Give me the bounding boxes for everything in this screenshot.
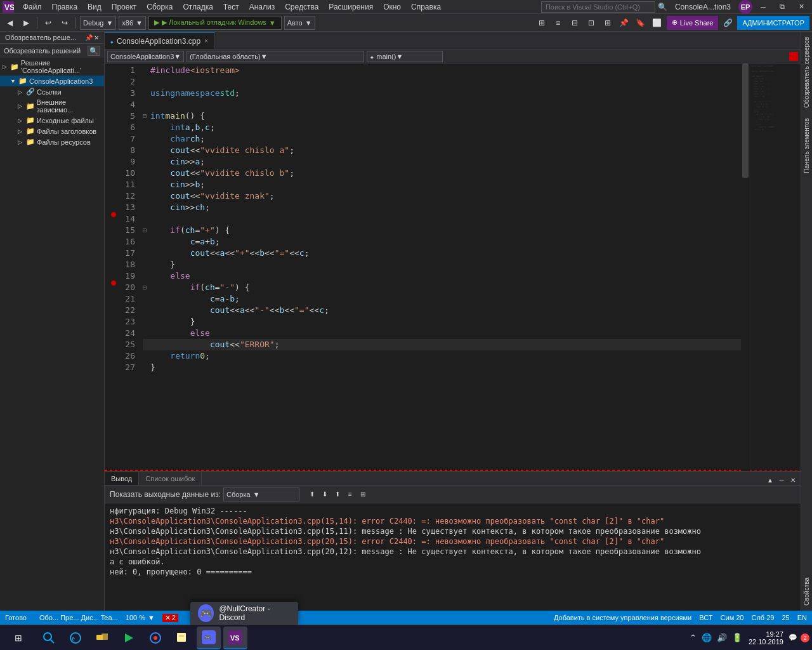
toolbar-icon-3[interactable]: ⊟ (568, 16, 582, 30)
menu-edit[interactable]: Правка (47, 1, 83, 13)
restore-button[interactable]: ⧉ (774, 0, 790, 14)
menu-test[interactable]: Тест (218, 1, 244, 13)
toolbar-icon-1[interactable]: ⊞ (535, 16, 549, 30)
bottom-ctrl-pin[interactable]: ─ (776, 475, 787, 485)
bottom-tab-output[interactable]: Вывод (105, 472, 139, 485)
taskbar-explorer[interactable] (90, 627, 114, 649)
bottom-ctrl-up[interactable]: ▲ (765, 475, 775, 485)
status-col[interactable]: Слб 29 (752, 614, 775, 621)
close-button[interactable]: ✕ (793, 0, 809, 14)
menu-view[interactable]: Вид (82, 1, 107, 13)
taskbar-chrome[interactable] (143, 627, 167, 649)
output-source-dropdown[interactable]: Сборка ▼ (223, 488, 299, 501)
tray-network-icon[interactable]: 🌐 (700, 632, 713, 644)
tree-item-src[interactable]: ▷ 📁 Исходные файлы (0, 115, 104, 126)
start-button[interactable]: ⊞ (3, 627, 34, 649)
status-position[interactable]: 25 (782, 614, 789, 621)
tree-item-ext-deps[interactable]: ▷ 📁 Внешние зависимо... (0, 97, 104, 115)
status-zoom-label: 100 % (126, 614, 145, 621)
tree-item-refs[interactable]: ▷ 🔗 Ссылки (0, 86, 104, 97)
taskbar-vs[interactable]: VS (223, 627, 247, 649)
taskbar-ie[interactable]: e (63, 627, 88, 649)
output-btn-3[interactable]: ⬆ (332, 489, 343, 500)
toolbar-icon-7[interactable]: 🔖 (634, 16, 648, 30)
discord-preview[interactable]: 🎮 @NullCreator - Discord (190, 602, 298, 625)
output-btn-2[interactable]: ⬇ (320, 489, 330, 500)
clock-date[interactable]: 19:27 22.10.2019 (749, 630, 783, 646)
code-content[interactable]: #include <iostream> using namespace std;… (140, 63, 741, 471)
fold-btn-15[interactable]: ⊟ (143, 225, 150, 236)
taskbar-discord[interactable]: 🎮 (197, 627, 221, 649)
status-ch[interactable]: Сим 20 (721, 614, 744, 621)
menu-project[interactable]: Проект (107, 1, 142, 13)
menu-tools[interactable]: Средства (280, 1, 324, 13)
status-type[interactable]: ВСТ (699, 614, 712, 621)
sol-search-icon[interactable]: 🔍 (88, 46, 100, 56)
status-zoom[interactable]: 100 % ▼ (126, 614, 155, 621)
right-panel-properties[interactable]: Свойства (802, 573, 811, 611)
taskbar-sticky-notes[interactable] (170, 627, 194, 649)
menu-help[interactable]: Справка (406, 1, 446, 13)
toolbar-icon-9[interactable]: 🔗 (721, 16, 735, 30)
menu-build[interactable]: Сборка (141, 1, 178, 13)
status-ready: Готово (5, 614, 27, 621)
toolbar-icon-4[interactable]: ⊡ (584, 16, 598, 30)
code-editor[interactable]: 1234567891011121314151617181920212223242… (105, 63, 801, 471)
live-share-button[interactable]: ⊕ Live Share (667, 16, 719, 30)
status-git[interactable]: Добавить в систему управления версиями (554, 614, 691, 621)
forward-button[interactable]: ▶ (19, 16, 33, 30)
taskbar-search[interactable] (37, 627, 61, 649)
tray-battery-icon[interactable]: 🔋 (731, 632, 743, 644)
tab-close-button[interactable]: × (203, 37, 209, 45)
tray-sound-icon[interactable]: 🔊 (716, 632, 728, 644)
undo-button[interactable]: ↩ (41, 16, 55, 30)
taskbar-media[interactable] (117, 627, 141, 649)
menu-analyze[interactable]: Анализ (244, 1, 280, 13)
sidebar-pin-icon[interactable]: 📌 (85, 34, 93, 41)
status-errors[interactable]: ✕ 2 (162, 614, 178, 622)
nav-scope-dropdown[interactable]: (Глобальная область) ▼ (187, 51, 364, 62)
status-encoding[interactable]: EN (797, 614, 807, 621)
right-panel-toolbox[interactable]: Панель элементов (802, 113, 811, 178)
output-btn-4[interactable]: ≡ (345, 489, 355, 500)
bottom-ctrl-close[interactable]: ✕ (788, 475, 798, 485)
code-line-17: cout << a << "+" << b << "=" << c; (143, 248, 741, 259)
auto-dropdown[interactable]: Авто ▼ (284, 16, 315, 30)
tree-item-resources[interactable]: ▷ 📁 Файлы ресурсов (0, 136, 104, 147)
tray-up-icon[interactable]: ⌃ (688, 632, 698, 644)
scrollbar-thumb[interactable] (742, 63, 749, 178)
debug-config-dropdown[interactable]: Debug ▼ (80, 16, 116, 30)
user-avatar[interactable]: EP (738, 0, 752, 14)
vertical-scrollbar[interactable] (741, 63, 750, 471)
search-input[interactable] (541, 1, 655, 13)
nav-class-dropdown[interactable]: ConsoleApplication3 ▼ (107, 51, 184, 62)
menu-file[interactable]: Файл (18, 1, 47, 13)
bottom-tab-errors[interactable]: Список ошибок (139, 472, 202, 485)
back-button[interactable]: ◀ (3, 16, 16, 30)
right-panel-server-explorer[interactable]: Обозреватель серверов (802, 32, 811, 113)
admin-button[interactable]: АДМИНИСТРАТОР (737, 16, 809, 30)
minimize-button[interactable]: ─ (755, 0, 771, 14)
menu-extensions[interactable]: Расширения (324, 1, 378, 13)
menu-debug[interactable]: Отладка (178, 1, 218, 13)
fold-btn-5[interactable]: ⊟ (143, 110, 150, 122)
tree-item-project[interactable]: ▼ 📁 ConsoleApplication3 (0, 76, 104, 86)
tree-item-headers[interactable]: ▷ 📁 Файлы заголовков (0, 126, 104, 136)
platform-dropdown[interactable]: x86 ▼ (119, 16, 146, 30)
tab-main-file[interactable]: ⬥ ConsoleApplication3.cpp × (105, 32, 215, 49)
fold-btn-20[interactable]: ⊟ (143, 282, 150, 293)
toolbar-icon-2[interactable]: ≡ (551, 16, 565, 30)
toolbar-icon-6[interactable]: 📌 (617, 16, 631, 30)
error-indicator[interactable] (789, 52, 798, 61)
output-btn-1[interactable]: ⬆ (307, 489, 317, 500)
run-button[interactable]: ▶ ▶ Локальный отладчик Windows ▼ (148, 16, 282, 30)
sidebar-close-icon[interactable]: ✕ (94, 34, 99, 41)
notification-area[interactable]: 💬 2 (789, 633, 809, 642)
tree-item-solution[interactable]: ▷ 📁 Решение 'ConsoleApplicati...' (0, 58, 104, 76)
nav-member-dropdown[interactable]: ⬥ main() ▼ (367, 51, 443, 62)
toolbar-icon-8[interactable]: ⬜ (650, 16, 664, 30)
redo-button[interactable]: ↪ (58, 16, 72, 30)
menu-window[interactable]: Окно (378, 1, 406, 13)
toolbar-icon-5[interactable]: ⊞ (601, 16, 615, 30)
output-btn-5[interactable]: ⊞ (358, 489, 368, 500)
